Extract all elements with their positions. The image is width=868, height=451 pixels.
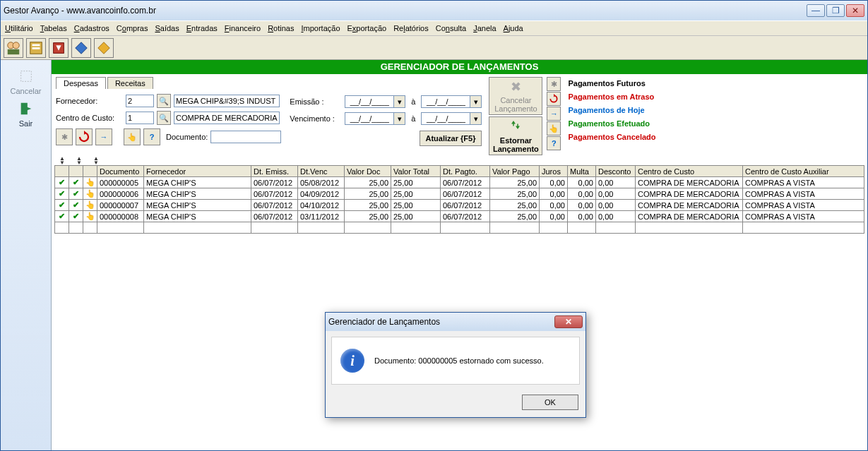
toolbar-btn-5[interactable] [94,38,114,58]
centro-name-input[interactable] [174,112,280,124]
menubar: Utilitário Tabelas Cadastros Compras Saí… [1,20,867,36]
menu-financeiro[interactable]: Financeiro [225,24,261,32]
filter-btn-star[interactable]: ✱ [56,128,73,145]
chevron-down-icon[interactable]: ▾ [394,95,405,108]
filters-panel: Despesas Receitas Fornecedor: 🔍 Centro d… [52,74,867,157]
tab-receitas[interactable]: Receitas [107,77,153,89]
estornar-lancamento-button[interactable]: Estornar Lançamento [489,116,542,155]
chevron-down-icon[interactable]: ▾ [394,112,405,125]
table-empty-row [55,222,864,234]
info-icon: i [340,349,364,373]
sort-triangles: ▲▼ ▲▼ ▲▼ [54,157,864,165]
documento-label: Documento: [166,133,208,141]
svg-marker-8 [76,42,88,54]
check-icon: ✔ [55,211,69,222]
fornecedor-lookup-button[interactable]: 🔍 [157,94,171,108]
close-button[interactable]: ✕ [846,4,864,17]
legend-atraso: Pagamentos em Atraso [568,92,654,101]
menu-relatorios[interactable]: Relatórios [393,24,429,32]
dialog-close-button[interactable]: ✕ [554,315,583,328]
venc-from-input[interactable] [345,112,394,125]
toolbar-btn-2[interactable] [26,38,46,58]
svg-rect-5 [32,47,40,49]
table-row[interactable]: ✔✔👆000000008MEGA CHIP'S06/07/201203/11/2… [55,211,864,222]
chevron-down-icon[interactable]: ▾ [470,112,482,125]
toolbar-btn-4[interactable] [71,38,91,58]
cancel-x-icon: ✖ [511,79,521,95]
check-icon: ✔ [69,211,83,222]
menu-cadastros[interactable]: Cadastros [74,24,109,32]
sidebar-sair-label: Sair [19,119,33,128]
cancelar-lancamento-button[interactable]: ✖ Cancelar Lançamento [489,77,542,115]
sidebar-cancelar[interactable]: Cancelar [10,67,41,95]
legend-icon-atraso [547,92,561,106]
sidebar-sair[interactable]: Sair [17,100,35,128]
svg-point-1 [13,42,19,48]
menu-saidas[interactable]: Saídas [155,24,179,32]
legend-icon-hoje: → [547,107,561,121]
menu-janela[interactable]: Janela [473,24,496,32]
svg-rect-4 [32,44,40,46]
cancel-icon [17,67,35,85]
menu-tabelas[interactable]: Tabelas [40,24,67,32]
recycle-icon [509,119,522,135]
legend-hoje: Pagamentos de Hoje [568,106,644,114]
menu-rotinas[interactable]: Rotinas [268,24,294,32]
menu-ajuda[interactable]: Ajuda [504,24,523,32]
svg-rect-10 [20,71,31,82]
fornecedor-code-input[interactable] [126,95,154,107]
menu-exportacao[interactable]: Exportação [347,24,387,32]
vencimento-label: Vencimento : [290,114,342,123]
menu-entradas[interactable]: Entradas [186,24,218,32]
titlebar: Gestor Avanço - www.avancoinfo.com.br — … [1,1,867,20]
table-header-row: DocumentoFornecedor Dt. Emiss.Dt.Venc Va… [55,166,864,177]
centro-lookup-button[interactable]: 🔍 [157,111,171,125]
filter-btn-help[interactable]: ? [143,128,160,145]
left-sidebar: Cancelar Sair [1,60,52,450]
check-icon: ✔ [69,200,83,211]
check-icon: ✔ [69,188,83,200]
filter-btn-refresh-red[interactable] [76,128,93,145]
dialog-ok-button[interactable]: OK [522,395,578,410]
table-row[interactable]: ✔✔👆000000006MEGA CHIP'S06/07/201204/09/2… [55,188,864,200]
dialog-title: Gerenciador de Lançamentos [328,317,440,327]
venc-to-input[interactable] [421,112,470,125]
centro-code-input[interactable] [126,112,154,124]
maximize-button[interactable]: ❐ [826,4,845,17]
tab-despesas[interactable]: Despesas [56,77,106,89]
search-icon: 🔍 [159,97,169,106]
table-row[interactable]: ✔✔👆000000007MEGA CHIP'S06/07/201204/10/2… [55,200,864,211]
dialog-message: Documento: 000000005 estornado com suces… [374,356,544,365]
minimize-button[interactable]: — [807,4,825,17]
hand-icon: 👆 [83,200,97,211]
legend-icon-futuros: ✱ [547,77,561,91]
svg-marker-14 [554,94,555,97]
search-icon: 🔍 [159,114,169,123]
filter-btn-hand[interactable]: 👆 [124,128,141,145]
table-row[interactable]: ✔✔👆000000005MEGA CHIP'S06/07/201205/08/2… [55,177,864,188]
emissao-label: Emissão : [290,97,342,106]
emissao-from-input[interactable] [345,95,394,108]
hand-icon: 👆 [83,177,97,188]
menu-consulta[interactable]: Consulta [436,24,466,32]
menu-importacao[interactable]: Importação [301,24,340,32]
exit-icon [17,100,35,118]
toolbar-btn-3[interactable] [49,38,69,58]
lancamentos-table[interactable]: DocumentoFornecedor Dt. Emiss.Dt.Venc Va… [54,165,864,234]
emissao-to-input[interactable] [421,95,470,108]
banner-title: GERENCIADOR DE LANÇAMENTOS [52,60,867,74]
svg-rect-2 [8,49,20,54]
chevron-down-icon[interactable]: ▾ [470,95,482,108]
legend-efetuado: Pagamentos Efetuado [568,119,650,128]
fornecedor-name-input[interactable] [174,95,280,107]
toolbar-btn-1[interactable] [4,38,23,58]
hand-icon: 👆 [83,188,97,200]
main-toolbar [1,36,867,60]
atualizar-button[interactable]: Atualizar {F5} [420,131,482,146]
legend-cancelado: Pagamentos Cancelado [568,133,655,141]
menu-utilitario[interactable]: Utilitário [5,24,33,32]
menu-compras[interactable]: Compras [117,24,148,32]
documento-input[interactable] [210,131,281,143]
filter-btn-arrow[interactable]: → [95,128,112,145]
legend-icon-efetuado: 👆 [547,121,561,136]
